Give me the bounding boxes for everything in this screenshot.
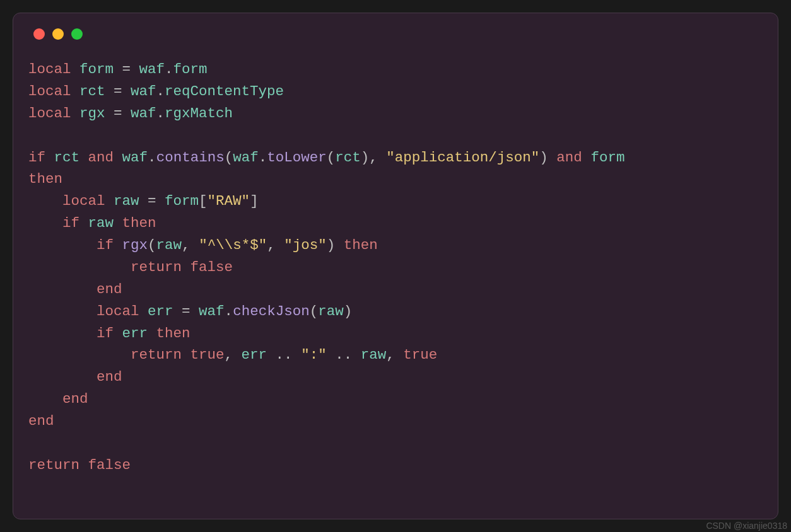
op-concat: .. <box>327 347 361 363</box>
op-dot: . <box>156 83 165 100</box>
keyword-end: end <box>97 369 122 385</box>
keyword-if: if <box>28 149 45 166</box>
keyword-local: local <box>28 105 71 122</box>
terminal-window: local form = waf.form local rct = waf.re… <box>13 13 778 519</box>
op-eq: = <box>114 61 139 78</box>
keyword-end: end <box>97 281 122 298</box>
member-form: form <box>173 61 208 78</box>
var-rgx: rgx <box>79 105 105 122</box>
fn-rgx: rgx <box>122 237 148 253</box>
close-icon[interactable] <box>33 28 45 40</box>
op-dot: . <box>165 61 173 78</box>
keyword-if: if <box>62 215 79 231</box>
keyword-if: if <box>97 325 114 342</box>
minimize-icon[interactable] <box>52 28 64 40</box>
keyword-return: return <box>131 259 182 275</box>
var-form: form <box>79 61 114 78</box>
op-lparen: ( <box>310 303 319 320</box>
op-eq: = <box>173 303 199 320</box>
str-jos: "jos" <box>284 237 327 253</box>
str-regex: "^\\s*$" <box>199 237 267 253</box>
traffic-lights <box>28 26 763 40</box>
keyword-end: end <box>62 391 88 407</box>
op-concat: .. <box>267 347 301 363</box>
op-rparen: ) <box>361 149 370 166</box>
var-raw: raw <box>361 347 387 363</box>
var-rct: rct <box>335 149 361 166</box>
op-lbrack: [ <box>199 193 208 209</box>
var-raw: raw <box>114 193 139 209</box>
maximize-icon[interactable] <box>71 28 83 40</box>
op-rparen: ) <box>344 303 353 320</box>
str-colon: ":" <box>301 347 327 363</box>
var-err: err <box>242 347 267 363</box>
op-comma: , <box>267 237 284 253</box>
bool-true: true <box>190 347 225 363</box>
op-rbrack: ] <box>250 193 259 209</box>
str-RAW: "RAW" <box>208 193 250 209</box>
bool-false: false <box>190 259 233 275</box>
bool-true: true <box>403 347 437 363</box>
var-form: form <box>590 149 624 166</box>
var-rct: rct <box>79 83 105 100</box>
op-comma: , <box>386 347 403 363</box>
id-waf: waf <box>131 83 156 100</box>
keyword-local: local <box>28 83 71 100</box>
str-appjson: "application/json" <box>386 149 539 166</box>
keyword-then: then <box>28 171 62 187</box>
fn-toLower: toLower <box>267 149 327 166</box>
op-eq: = <box>139 193 165 209</box>
op-rparen: ) <box>327 237 336 253</box>
keyword-local: local <box>97 303 139 320</box>
fn-checkJson: checkJson <box>233 303 310 320</box>
op-rparen: ) <box>539 149 548 166</box>
keyword-local: local <box>28 61 71 78</box>
var-raw: raw <box>156 237 182 253</box>
var-form: form <box>165 193 199 209</box>
op-comma: , <box>182 237 199 253</box>
op-comma: , <box>225 347 242 363</box>
var-rct: rct <box>54 149 80 166</box>
keyword-then: then <box>344 237 378 253</box>
bool-false: false <box>88 457 131 473</box>
keyword-then: then <box>122 215 156 231</box>
keyword-return: return <box>131 347 182 363</box>
member-reqContentType: reqContentType <box>165 83 284 100</box>
keyword-local: local <box>62 193 105 209</box>
op-dot: . <box>148 149 156 166</box>
keyword-if: if <box>97 237 114 253</box>
code-block: local form = waf.form local rct = waf.re… <box>28 59 763 477</box>
id-waf: waf <box>199 303 225 320</box>
op-eq: = <box>105 83 131 100</box>
watermark: CSDN @xianjie0318 <box>706 521 787 531</box>
var-err: err <box>122 325 148 342</box>
op-dot: . <box>156 105 165 122</box>
op-lparen: ( <box>148 237 156 253</box>
id-waf: waf <box>131 105 156 122</box>
op-dot: . <box>225 303 233 320</box>
var-raw: raw <box>88 215 114 231</box>
op-comma: , <box>369 149 386 166</box>
id-waf: waf <box>233 149 259 166</box>
keyword-return: return <box>28 457 79 473</box>
member-rgxMatch: rgxMatch <box>165 105 233 122</box>
id-waf: waf <box>139 61 165 78</box>
keyword-end: end <box>28 413 54 429</box>
fn-contains: contains <box>156 149 225 166</box>
var-raw: raw <box>318 303 344 320</box>
op-lparen: ( <box>327 149 336 166</box>
var-err: err <box>148 303 173 320</box>
op-lparen: ( <box>225 149 233 166</box>
id-waf: waf <box>122 149 148 166</box>
keyword-then: then <box>156 325 190 342</box>
keyword-and: and <box>88 149 114 166</box>
op-eq: = <box>105 105 131 122</box>
op-dot: . <box>259 149 267 166</box>
keyword-and: and <box>556 149 582 166</box>
